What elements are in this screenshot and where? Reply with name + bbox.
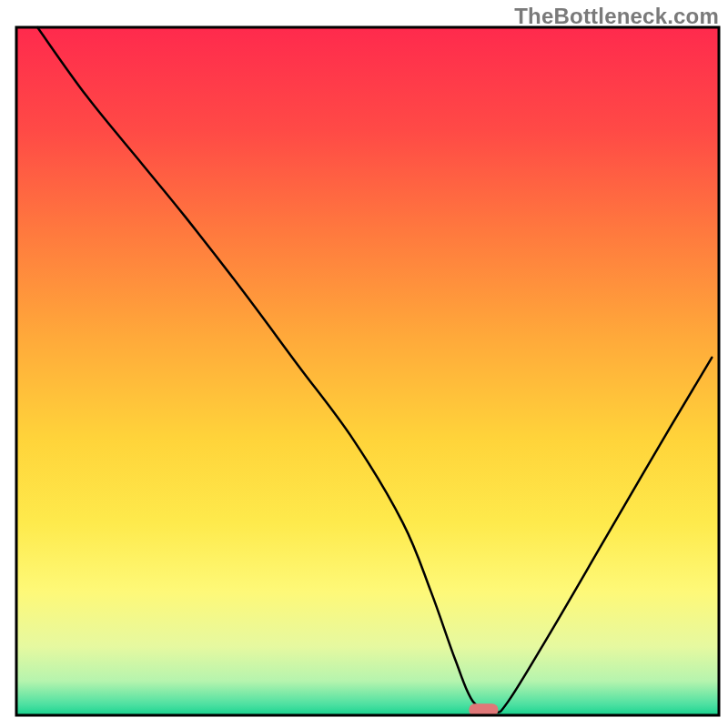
chart-background: [16, 27, 719, 715]
bottleneck-chart: [0, 0, 728, 728]
plot-area: [16, 27, 719, 716]
watermark-text: TheBottleneck.com: [514, 4, 719, 29]
chart-container: TheBottleneck.com: [0, 0, 728, 728]
